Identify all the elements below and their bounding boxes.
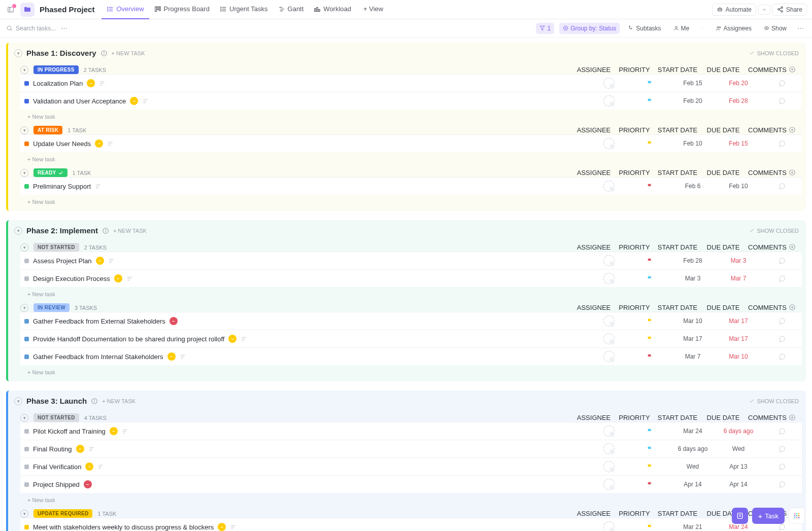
new-task-row[interactable]: + New task [20,365,802,375]
due-date[interactable]: Mar 3 [716,257,761,264]
project-title[interactable]: Phased Project [40,5,94,14]
comments-cell[interactable] [761,523,802,531]
group-by-chip[interactable]: Group by: Status [559,23,620,34]
collapse-toggle[interactable]: ▾ [14,397,22,405]
priority-cell[interactable] [629,80,670,87]
start-date[interactable]: Feb 10 [670,140,716,147]
task-name[interactable]: Pilot Kickoff and Training [33,428,106,435]
collapse-toggle[interactable]: ▾ [20,243,28,252]
status-square[interactable] [24,319,29,324]
comments-cell[interactable] [761,257,802,265]
description-button[interactable] [241,336,247,342]
status-pill[interactable]: IN REVIEW [33,303,70,312]
collapse-toggle[interactable]: ▾ [14,227,22,235]
start-date[interactable]: Mar 10 [670,317,716,325]
start-date[interactable]: Wed [670,463,716,470]
priority-cell[interactable] [629,98,670,104]
show-closed[interactable]: SHOW CLOSED [749,50,799,56]
comments-cell[interactable] [761,183,802,190]
priority-cell[interactable] [629,353,670,360]
new-task-fab[interactable]: +Task [752,508,785,524]
new-task-row[interactable]: + New task [20,110,802,120]
automate-button[interactable]: Automate [712,4,756,16]
description-button[interactable] [122,428,128,435]
task-row[interactable]: Pilot Kickoff and TrainingMar 246 days a… [20,422,802,440]
priority-cell[interactable] [629,140,670,147]
info-icon[interactable] [102,227,109,234]
start-date[interactable]: Feb 15 [670,80,716,87]
description-button[interactable] [180,353,186,360]
start-date[interactable]: 6 days ago [670,445,716,452]
due-date[interactable]: Feb 15 [716,140,761,147]
task-row[interactable]: Meet with stakeholders weekly to discuss… [20,518,802,531]
comments-cell[interactable] [761,463,802,471]
task-name[interactable]: Validation and User Acceptance [33,97,126,105]
status-square[interactable] [24,141,29,146]
share-button[interactable]: Share [772,4,807,16]
phase-title[interactable]: Phase 1: Discovery [26,49,96,57]
due-date[interactable]: Apr 13 [716,463,761,470]
description-button[interactable] [142,98,149,104]
due-date[interactable]: 6 days ago [716,428,761,435]
status-square[interactable] [24,465,29,469]
comments-cell[interactable] [761,445,802,453]
start-date[interactable]: Mar 3 [670,275,716,282]
collapse-toggle[interactable]: ▾ [20,66,28,74]
tab-gantt[interactable]: Gantt [273,0,309,19]
task-name[interactable]: Gather Feedback from Internal Stakeholde… [33,353,163,361]
description-button[interactable] [126,275,133,282]
filter-chip[interactable]: 1 [536,23,554,34]
search-options[interactable]: ⋯ [61,24,67,32]
comments-cell[interactable] [761,428,802,435]
status-square[interactable] [24,276,29,281]
task-name[interactable]: Final Verification [33,463,81,471]
add-column[interactable] [787,66,802,74]
tab-progress-board[interactable]: Progress Board [149,0,215,19]
task-row[interactable]: Gather Feedback from Internal Stakeholde… [20,347,802,365]
me-chip[interactable]: Me [670,23,693,34]
due-date[interactable]: Apr 14 [716,481,761,488]
due-date[interactable]: Mar 10 [716,353,761,360]
collapse-toggle[interactable]: ▾ [20,169,28,177]
status-pill[interactable]: IN PROGRESS [33,65,79,74]
status-square[interactable] [24,482,29,487]
collapse-toggle[interactable]: ▾ [20,414,28,422]
priority-cell[interactable] [629,446,670,452]
assignee-cell[interactable] [589,138,629,149]
new-task-row[interactable]: + New task [20,287,802,297]
new-task-link[interactable]: + NEW TASK [113,228,147,234]
status-square[interactable] [24,429,29,434]
start-date[interactable]: Mar 17 [670,335,716,342]
assignee-cell[interactable] [589,181,629,192]
apps-fab[interactable] [789,508,805,524]
task-name[interactable]: Gather Feedback from External Stakeholde… [33,317,165,325]
status-pill[interactable]: NOT STARTED [33,243,79,252]
show-closed[interactable]: SHOW CLOSED [749,228,799,234]
task-row[interactable]: Localization PlanFeb 15Feb 20 [20,74,802,92]
priority-cell[interactable] [629,318,670,325]
add-view[interactable]: + View [358,0,388,19]
assignee-cell[interactable] [589,521,629,531]
phase-title[interactable]: Phase 3: Launch [26,397,87,405]
priority-cell[interactable] [629,464,670,470]
tab-overview[interactable]: Overview [101,0,149,19]
tab-urgent-tasks[interactable]: Urgent Tasks [215,0,273,19]
status-square[interactable] [24,99,29,103]
start-date[interactable]: Feb 28 [670,257,716,264]
task-row[interactable]: Final Routing6 days agoWed [20,440,802,457]
assignee-cell[interactable] [589,426,629,437]
task-row[interactable]: Assess Project PlanFeb 28Mar 3 [20,252,802,269]
assignee-cell[interactable] [589,443,629,454]
start-date[interactable]: Mar 21 [670,523,716,530]
description-button[interactable] [99,80,106,87]
status-square[interactable] [24,337,29,341]
due-date[interactable]: Feb 20 [716,80,761,87]
assignee-cell[interactable] [589,333,629,344]
comments-cell[interactable] [761,317,802,325]
due-date[interactable]: Mar 7 [716,275,761,282]
task-name[interactable]: Preliminary Support [33,183,91,190]
add-column[interactable] [787,304,802,311]
comments-cell[interactable] [761,140,802,148]
description-button[interactable] [107,140,114,147]
priority-cell[interactable] [629,275,670,282]
